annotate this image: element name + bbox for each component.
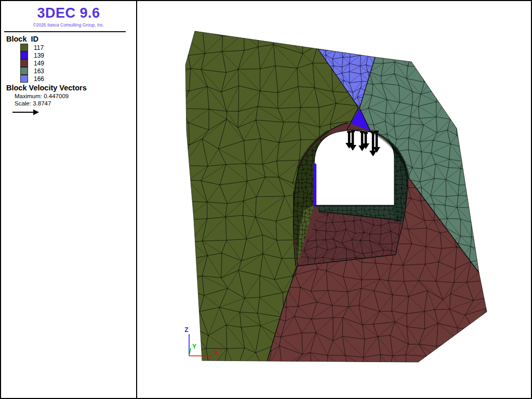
sidebar-divider: [4, 31, 126, 32]
axis-y-label: Y: [192, 343, 196, 350]
legend-row: 149: [20, 59, 136, 67]
copyright-text: ©2025 Itasca Consulting Group, Inc.: [1, 22, 136, 28]
legend-row: 166: [20, 75, 136, 83]
legend-label: 139: [34, 52, 44, 59]
legend-color-swatch: [20, 59, 28, 67]
vector-maximum-value: Maximum: 0.447009: [15, 93, 136, 99]
legend-color-swatch: [20, 75, 28, 83]
viewport-3d-model[interactable]: ZYX: [137, 1, 532, 398]
legend-color-swatch: [20, 44, 28, 51]
legend-label: 117: [34, 44, 44, 51]
legend-label: 163: [34, 68, 44, 75]
velocity-vectors-heading: Block Velocity Vectors: [6, 84, 136, 92]
tunnel-void: [314, 130, 394, 205]
axis-x-label: X: [215, 349, 219, 356]
axis-z-label: Z: [184, 326, 188, 334]
legend-row: 139: [20, 51, 136, 59]
legend-label: 149: [34, 60, 44, 67]
legend-row: 163: [20, 67, 136, 75]
app-title: 3DEC 9.6: [1, 5, 136, 21]
block-139-sliver: [313, 162, 316, 207]
vector-scale-value: Scale: 3.8747: [15, 100, 136, 107]
legend-row: 117: [20, 44, 136, 51]
vector-scale-arrow-icon: [12, 109, 39, 116]
legend-color-swatch: [20, 67, 28, 75]
legend-sidebar: 3DEC 9.6 ©2025 Itasca Consulting Group, …: [1, 1, 137, 398]
app-window: 3DEC 9.6 ©2025 Itasca Consulting Group, …: [0, 0, 532, 399]
block-id-heading: Block ID: [6, 35, 136, 43]
block-id-legend: 117139149163166: [20, 44, 136, 83]
model-render-svg: ZYX: [137, 1, 532, 398]
legend-label: 166: [34, 75, 44, 83]
legend-color-swatch: [20, 51, 28, 59]
